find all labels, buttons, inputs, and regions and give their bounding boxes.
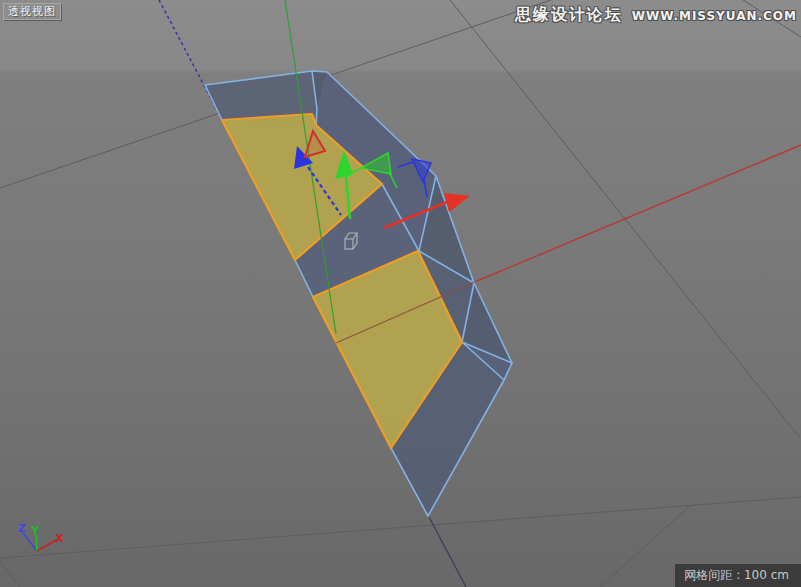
world-x-axis: [477, 145, 801, 281]
grid-line: [0, 561, 20, 587]
axis-z-label: Z: [18, 522, 26, 535]
watermark-forum-url: WWW.MISSYUAN.COM: [632, 9, 797, 23]
watermark-forum-name: 思缘设计论坛: [515, 5, 623, 26]
axis-y-label: Y: [30, 524, 40, 537]
axis-orientation-indicator: Z Y X: [18, 522, 64, 551]
grid-spacing-status: 网格间距 : 100 cm: [675, 564, 801, 587]
grid-line: [0, 497, 801, 558]
viewport-name-label[interactable]: 透视视图: [3, 3, 61, 20]
axis-x-line: [37, 540, 56, 551]
viewport-3d-canvas[interactable]: Z Y X: [0, 0, 801, 587]
viewport-window: Z Y X 透视视图 思缘设计论坛 WWW.MISSYUAN.COM 网格间距 …: [0, 0, 801, 587]
world-z-axis-front: [429, 517, 466, 587]
mesh-object[interactable]: [205, 71, 512, 516]
grid-spacing-text: 网格间距 : 100 cm: [684, 568, 789, 582]
axis-x-label: X: [55, 532, 64, 545]
watermark: 思缘设计论坛 WWW.MISSYUAN.COM: [515, 5, 797, 26]
